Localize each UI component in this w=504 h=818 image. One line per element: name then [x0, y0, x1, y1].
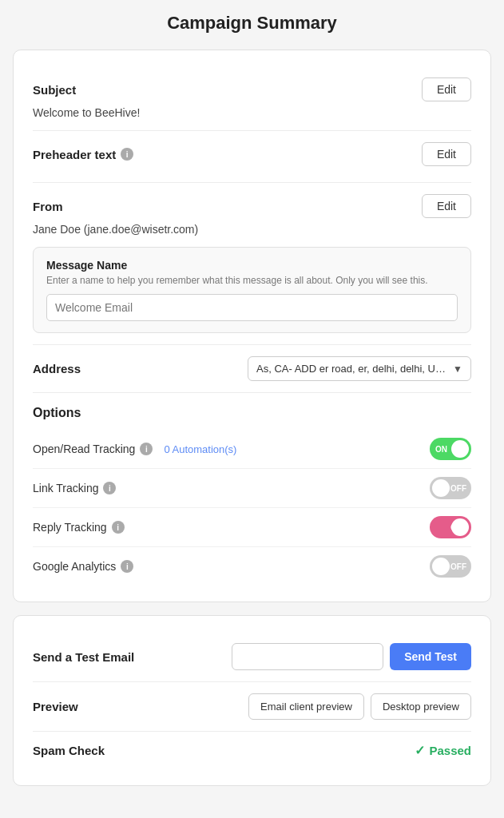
test-preview-card: Send a Test Email djeet@xlplugins.com Se…: [13, 615, 491, 786]
subject-value: Welcome to BeeHive!: [33, 106, 471, 119]
address-value: As, CA- ADD er road, er, delhi, delhi, U…: [256, 363, 446, 375]
link-tracking-label: Link Tracking: [33, 482, 98, 494]
main-card: Subject Edit Welcome to BeeHive! Prehead…: [13, 50, 491, 602]
open-read-tracking-left: Open/Read Tracking i 0 Automation(s): [33, 443, 236, 455]
spam-check-row: Spam Check ✓ Passed: [33, 732, 471, 769]
test-email-label: Send a Test Email: [33, 650, 134, 664]
google-analytics-info-icon[interactable]: i: [121, 560, 133, 573]
subject-edit-button[interactable]: Edit: [422, 77, 471, 101]
preview-buttons: Email client preview Desktop preview: [248, 693, 471, 720]
test-email-row: Send a Test Email djeet@xlplugins.com Se…: [33, 632, 471, 682]
open-read-tracking-info-icon[interactable]: i: [140, 443, 153, 455]
reply-tracking-label: Reply Tracking: [33, 521, 107, 534]
address-dropdown[interactable]: As, CA- ADD er road, er, delhi, delhi, U…: [248, 356, 471, 381]
from-value: Jane Doe (jane.doe@wisetr.com): [33, 223, 471, 236]
test-email-input-group: djeet@xlplugins.com Send Test: [232, 643, 471, 670]
toggle-off-label: OFF: [450, 562, 466, 571]
address-label: Address: [33, 362, 81, 375]
email-client-preview-button[interactable]: Email client preview: [248, 693, 364, 720]
reply-tracking-row: Reply Tracking i OFF: [33, 508, 471, 547]
subject-section: Subject Edit Welcome to BeeHive!: [33, 66, 471, 131]
spam-check-status: Passed: [429, 744, 471, 757]
reply-tracking-toggle[interactable]: OFF: [430, 516, 471, 538]
automations-link[interactable]: 0 Automation(s): [164, 443, 236, 455]
from-edit-button[interactable]: Edit: [422, 194, 471, 218]
toggle-off-label: OFF: [450, 523, 466, 532]
open-read-tracking-row: Open/Read Tracking i 0 Automation(s) ON: [33, 430, 471, 469]
preheader-label: Preheader text: [33, 148, 116, 161]
message-name-box: Message Name Enter a name to help you re…: [33, 247, 471, 333]
subject-label: Subject: [33, 83, 76, 97]
toggle-off-label: OFF: [450, 484, 466, 493]
link-tracking-row: Link Tracking i OFF: [33, 469, 471, 508]
preheader-info-icon[interactable]: i: [121, 148, 133, 161]
spam-check-label: Spam Check: [33, 744, 105, 757]
toggle-knob: [451, 440, 469, 458]
desktop-preview-button[interactable]: Desktop preview: [371, 693, 471, 720]
open-read-tracking-label: Open/Read Tracking: [33, 443, 135, 455]
address-row: Address As, CA- ADD er road, er, delhi, …: [33, 345, 471, 393]
preview-row: Preview Email client preview Desktop pre…: [33, 682, 471, 732]
spam-check-passed-badge: ✓ Passed: [415, 743, 471, 758]
toggle-on-label: ON: [435, 445, 447, 454]
message-name-input[interactable]: Welcome Email: [46, 294, 458, 321]
from-section: From Edit Jane Doe (jane.doe@wisetr.com)…: [33, 183, 471, 345]
toggle-knob: [432, 558, 450, 575]
toggle-knob: [432, 479, 450, 497]
test-email-input[interactable]: djeet@xlplugins.com: [232, 643, 383, 670]
message-name-title: Message Name: [46, 259, 458, 272]
check-icon: ✓: [415, 743, 425, 758]
chevron-down-icon: ▼: [453, 363, 462, 375]
reply-tracking-left: Reply Tracking i: [33, 521, 125, 534]
link-tracking-info-icon[interactable]: i: [103, 482, 116, 494]
open-read-tracking-toggle[interactable]: ON: [430, 438, 471, 460]
message-name-hint: Enter a name to help you remember what t…: [46, 275, 458, 286]
options-section: Options Open/Read Tracking i 0 Automatio…: [33, 393, 471, 586]
link-tracking-left: Link Tracking i: [33, 482, 116, 494]
preheader-section: Preheader text i Edit: [33, 131, 471, 183]
send-test-button[interactable]: Send Test: [390, 643, 471, 670]
options-title: Options: [33, 406, 471, 420]
reply-tracking-info-icon[interactable]: i: [112, 521, 125, 534]
link-tracking-toggle[interactable]: OFF: [430, 477, 471, 499]
from-label: From: [33, 200, 63, 213]
google-analytics-left: Google Analytics i: [33, 560, 133, 573]
google-analytics-toggle[interactable]: OFF: [430, 555, 471, 578]
google-analytics-row: Google Analytics i OFF: [33, 547, 471, 586]
page-title: Campaign Summary: [13, 13, 491, 34]
preheader-edit-button[interactable]: Edit: [422, 142, 471, 166]
preview-label: Preview: [33, 700, 78, 713]
google-analytics-label: Google Analytics: [33, 560, 116, 573]
